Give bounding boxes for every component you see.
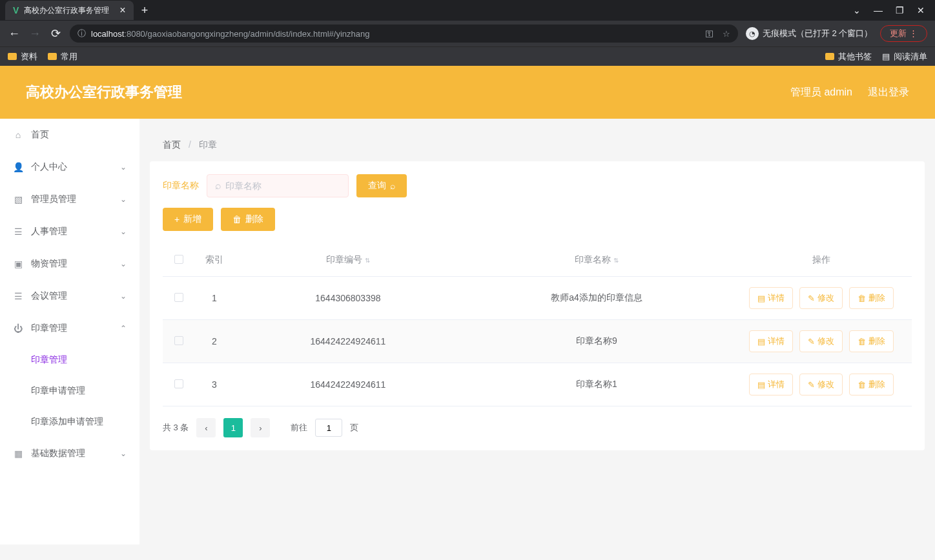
- search-input[interactable]: [225, 181, 340, 191]
- next-page-button[interactable]: ›: [251, 418, 270, 437]
- user-icon: 👤: [13, 162, 23, 172]
- sidebar-item-basedata[interactable]: ▦基础数据管理⌄: [0, 437, 139, 470]
- address-bar[interactable]: ⓘ localhost:8080/gaoxiaobangongxingzheng…: [70, 25, 738, 43]
- chevron-down-icon: ⌄: [120, 259, 127, 268]
- plus-icon: +: [174, 214, 180, 225]
- maximize-icon[interactable]: ❐: [896, 5, 904, 15]
- cell-index: 1: [195, 277, 234, 320]
- doc-icon: ▤: [757, 337, 765, 346]
- url-bar: ← → ⟳ ⓘ localhost:8080/gaoxiaobangongxin…: [0, 21, 935, 46]
- key-icon[interactable]: ⚿: [705, 29, 714, 39]
- url-path: :8080/gaoxiaobangongxingzheng/admin/dist…: [124, 29, 369, 39]
- add-button[interactable]: + 新增: [163, 208, 213, 231]
- user-label[interactable]: 管理员 admin: [790, 86, 852, 99]
- search-icon: ⌕: [390, 181, 395, 191]
- folder-icon: [48, 53, 57, 60]
- chevron-down-icon[interactable]: ⌄: [853, 5, 861, 15]
- close-window-icon[interactable]: ✕: [917, 5, 925, 15]
- sidebar-item-materials[interactable]: ▣物资管理⌄: [0, 248, 139, 280]
- data-table: 索引 印章编号⇅ 印章名称⇅ 操作 1 1644306803398 教师a4添加…: [163, 244, 912, 406]
- edit-button[interactable]: ✎ 修改: [799, 330, 843, 352]
- close-tab-icon[interactable]: ×: [119, 5, 125, 16]
- new-tab-button[interactable]: +: [141, 4, 149, 17]
- detail-button[interactable]: ▤ 详情: [749, 330, 793, 352]
- sidebar-item-home[interactable]: ⌂首页: [0, 119, 139, 151]
- row-checkbox[interactable]: [174, 336, 183, 345]
- incognito-text: 无痕模式（已打开 2 个窗口）: [763, 28, 872, 39]
- sidebar-item-meeting[interactable]: ☰会议管理⌄: [0, 280, 139, 312]
- chart-icon: ▧: [13, 194, 23, 205]
- info-icon: ⓘ: [77, 28, 86, 39]
- page-number-button[interactable]: 1: [223, 418, 243, 437]
- trash-icon: 🗑: [858, 337, 866, 346]
- search-icon: ⌕: [215, 180, 221, 192]
- breadcrumb-home[interactable]: 首页: [163, 139, 181, 150]
- edit-button[interactable]: ✎ 修改: [799, 374, 843, 395]
- grid-icon: ▦: [13, 448, 23, 459]
- cell-index: 2: [195, 320, 234, 363]
- sidebar-subitem-seal-apply[interactable]: 印章申请管理: [0, 375, 139, 406]
- vue-icon: V: [13, 5, 19, 15]
- sidebar-subitem-seal-add-apply[interactable]: 印章添加申请管理: [0, 406, 139, 437]
- cell-code: 164424224924611: [234, 320, 462, 363]
- update-button[interactable]: 更新 ⋮: [880, 25, 927, 42]
- incognito-badge[interactable]: ◔ 无痕模式（已打开 2 个窗口）: [746, 27, 872, 40]
- edit-icon: ✎: [808, 337, 815, 346]
- reading-list[interactable]: ▤阅读清单: [882, 51, 927, 63]
- col-name[interactable]: 印章名称⇅: [462, 244, 731, 277]
- cell-name: 印章名称9: [462, 320, 731, 363]
- col-ops: 操作: [731, 244, 912, 277]
- sidebar-subitem-seal-mgmt[interactable]: 印章管理: [0, 345, 139, 375]
- row-delete-button[interactable]: 🗑 删除: [849, 374, 894, 395]
- sidebar-item-personal[interactable]: 👤个人中心⌄: [0, 151, 139, 183]
- row-delete-button[interactable]: 🗑 删除: [849, 330, 894, 352]
- trash-icon: 🗑: [858, 380, 866, 390]
- star-icon[interactable]: ☆: [723, 29, 730, 39]
- app-header: 高校办公室行政事务管理 管理员 admin 退出登录: [0, 66, 935, 119]
- sidebar-item-seal[interactable]: ⏻印章管理⌃: [0, 312, 139, 345]
- search-button[interactable]: 查询 ⌕: [356, 174, 407, 197]
- bookmark-folder[interactable]: 常用: [48, 51, 77, 63]
- box-icon: ▣: [13, 259, 23, 269]
- sidebar-item-hr[interactable]: ☰人事管理⌄: [0, 215, 139, 248]
- delete-button[interactable]: 🗑 删除: [221, 208, 275, 231]
- cell-index: 3: [195, 363, 234, 406]
- sort-icon: ⇅: [613, 257, 619, 264]
- chevron-up-icon: ⌃: [120, 324, 127, 333]
- detail-button[interactable]: ▤ 详情: [749, 374, 793, 395]
- browser-tab[interactable]: V 高校办公室行政事务管理 ×: [5, 1, 134, 20]
- trash-icon: 🗑: [858, 294, 866, 303]
- logout-link[interactable]: 退出登录: [868, 86, 909, 99]
- breadcrumb-current: 印章: [199, 139, 217, 150]
- prev-page-button[interactable]: ‹: [196, 418, 216, 437]
- bookmark-folder[interactable]: 资料: [8, 51, 37, 63]
- page-suffix: 页: [350, 422, 358, 434]
- forward-button[interactable]: →: [28, 27, 41, 41]
- row-checkbox[interactable]: [174, 379, 183, 388]
- row-delete-button[interactable]: 🗑 删除: [849, 287, 894, 309]
- chevron-down-icon: ⌄: [120, 163, 127, 172]
- url-host: localhost: [91, 29, 124, 39]
- pagination: 共 3 条 ‹ 1 › 前往 页: [163, 418, 912, 437]
- back-button[interactable]: ←: [8, 27, 21, 41]
- sidebar: ⌂首页 👤个人中心⌄ ▧管理员管理⌄ ☰人事管理⌄ ▣物资管理⌄ ☰会议管理⌄ …: [0, 119, 139, 545]
- edit-icon: ✎: [808, 294, 815, 303]
- other-bookmarks[interactable]: 其他书签: [825, 51, 872, 63]
- chevron-down-icon: ⌄: [120, 292, 127, 301]
- sort-icon: ⇅: [365, 257, 370, 264]
- minimize-icon[interactable]: —: [874, 5, 883, 15]
- sidebar-item-admin[interactable]: ▧管理员管理⌄: [0, 183, 139, 215]
- row-checkbox[interactable]: [174, 293, 183, 302]
- folder-icon: [825, 53, 834, 60]
- detail-button[interactable]: ▤ 详情: [749, 287, 793, 309]
- reload-button[interactable]: ⟳: [49, 26, 62, 41]
- table-row: 1 1644306803398 教师a4添加的印章信息 ▤ 详情 ✎ 修改 🗑 …: [163, 277, 912, 320]
- edit-button[interactable]: ✎ 修改: [799, 287, 843, 309]
- select-all-checkbox[interactable]: [174, 255, 183, 264]
- cell-code: 1644306803398: [234, 277, 462, 320]
- menu-icon: ☰: [13, 291, 23, 301]
- col-code[interactable]: 印章编号⇅: [234, 244, 462, 277]
- breadcrumb-separator: /: [189, 139, 191, 150]
- pagination-total: 共 3 条: [163, 422, 189, 434]
- page-input[interactable]: [315, 419, 342, 437]
